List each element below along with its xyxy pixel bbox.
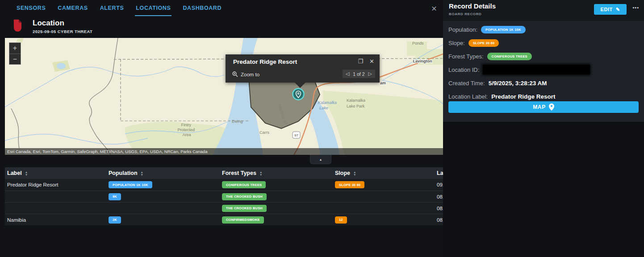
panel-subtitle: BOARD RECORD <box>449 12 481 16</box>
column-header-slope[interactable]: Slope▲▼ <box>333 170 435 176</box>
tab-cameras[interactable]: CAMERAS <box>57 0 88 15</box>
forest-badge: CONFIRMEDSMOKE <box>222 216 264 224</box>
panel-overflow-menu-icon[interactable]: ••• <box>632 5 639 10</box>
sort-icon[interactable]: ▲▼ <box>259 171 262 176</box>
collapse-arrow-icon: ▲ <box>319 158 322 161</box>
route-97-shield-icon: 97 <box>293 132 300 138</box>
sort-icon[interactable]: ▲▼ <box>25 171 28 176</box>
forest-badge: CONIFEROUS TREES <box>222 181 266 188</box>
map-marker[interactable] <box>293 89 304 100</box>
cell-last: 08, <box>435 217 443 223</box>
forest-types-badge: CONIFEROUS TREES <box>487 53 532 60</box>
slope-badge: 12 <box>335 216 347 224</box>
zoom-out-button[interactable]: − <box>9 54 21 64</box>
tab-alerts[interactable]: ALERTS <box>99 0 125 15</box>
map-panel[interactable]: Ponds Lavington am Ewing Carrs Fintry Pr… <box>5 38 443 155</box>
panel-title: Record Details <box>449 2 496 10</box>
slope-field-label: Slope: <box>448 40 465 46</box>
page-subtitle: 2025-09-05 CYBER THREAT <box>33 29 92 34</box>
column-header-population[interactable]: Population▲▼ <box>106 170 220 176</box>
coldstream-label-partial: am <box>380 81 386 85</box>
location-label-field-label: Location Label: <box>448 93 488 100</box>
zoom-in-button[interactable]: + <box>9 43 21 54</box>
map-zoom-controls: + − <box>9 42 21 65</box>
table-row[interactable]: Predator Ridge Resort POPULATION 1K 10K … <box>5 179 443 191</box>
tab-sensors[interactable]: SENSORS <box>16 0 46 15</box>
sort-icon[interactable]: ▲▼ <box>353 171 356 176</box>
page-title: Location <box>33 19 64 28</box>
forest-badge: THE CROOKED BUSH <box>222 205 267 212</box>
table-header-row: Label▲▼ Population▲▼ Forest Types▲▼ Slop… <box>5 167 443 179</box>
popup-pager: ◁ 1 of 2 ▷ <box>343 70 375 78</box>
svg-text:97: 97 <box>294 133 298 137</box>
location-label-value: Predator Ridge Resort <box>491 93 555 100</box>
carrs-label: Carrs <box>259 130 269 135</box>
sort-icon[interactable]: ▲▼ <box>141 171 143 176</box>
location-id-field-label: Location ID: <box>448 66 479 73</box>
popup-title: Predator Ridge Resort <box>233 58 297 65</box>
created-time-field-label: Created Time: <box>448 80 485 87</box>
pager-next-icon[interactable]: ▷ <box>368 71 372 77</box>
map-kalamalka-park-area <box>323 91 443 155</box>
map-attribution: Esri Canada, Esri, TomTom, Garmin, SafeG… <box>5 148 443 155</box>
cell-label: Predator Ridge Resort <box>5 182 106 187</box>
forest-types-field-label: Forest Types: <box>448 53 484 60</box>
table-collapse-handle[interactable]: ▲ <box>310 155 331 164</box>
locations-table: Label▲▼ Population▲▼ Forest Types▲▼ Slop… <box>5 167 443 225</box>
population-field-label: Population: <box>448 26 477 33</box>
lavington-label: Lavington <box>413 59 432 63</box>
pager-prev-icon[interactable]: ◁ <box>346 71 349 77</box>
map-roads-minor <box>11 38 118 155</box>
map-popup: Predator Ridge Resort ❐ ✕ Zoom to ◁ 1 of… <box>226 54 380 83</box>
popup-close-icon[interactable]: ✕ <box>369 58 374 65</box>
column-header-label[interactable]: Label▲▼ <box>5 170 106 176</box>
nav-tabs: SENSORS CAMERAS ALERTS LOCATIONS DASHBOA… <box>16 0 222 16</box>
table-row[interactable]: THE CROOKED BUSH 08, <box>5 202 443 214</box>
page-header: Location 2025-09-05 CYBER THREAT <box>0 17 443 37</box>
map-pin-icon <box>549 104 554 111</box>
population-badge: POPULATION 1K 10K <box>109 181 152 188</box>
ewing-label: Ewing <box>232 119 243 124</box>
location-id-redacted-value <box>483 65 590 75</box>
forest-badge: THE CROOKED BUSH <box>222 193 267 200</box>
pencil-icon: ✎ <box>616 7 620 12</box>
magnifier-zoom-icon <box>232 71 238 77</box>
pager-count: 1 of 2 <box>353 71 364 77</box>
panel-header: Record Details BOARD RECORD EDIT ✎ ••• <box>443 0 644 21</box>
ponds-label: Ponds <box>412 41 424 46</box>
cell-last: 08, <box>435 206 443 211</box>
population-badge: 2K <box>109 216 121 224</box>
population-badge: 9K <box>109 193 121 200</box>
map-pond <box>57 63 66 69</box>
app-logo-icon <box>13 19 22 32</box>
top-nav: SENSORS CAMERAS ALERTS LOCATIONS DASHBOA… <box>0 0 443 16</box>
popup-zoom-to-link[interactable]: Zoom to <box>232 71 259 77</box>
column-header-last[interactable]: La <box>435 170 443 176</box>
panel-close-icon[interactable]: ✕ <box>429 4 439 13</box>
column-header-forest-types[interactable]: Forest Types▲▼ <box>220 170 333 176</box>
created-time-value: 5/9/2025, 3:28:23 AM <box>489 80 547 87</box>
population-badge: POPULATION 1K 10K <box>481 26 526 33</box>
table-row[interactable]: Namibia 2K CONFIRMEDSMOKE 12 08, <box>5 214 443 225</box>
record-details-panel: Record Details BOARD RECORD EDIT ✎ ••• P… <box>443 0 644 257</box>
table-row[interactable]: 9K THE CROOKED BUSH 08, <box>5 191 443 202</box>
map-button[interactable]: MAP <box>448 101 639 113</box>
cell-last: 08, <box>435 194 443 199</box>
tab-locations[interactable]: LOCATIONS <box>135 0 171 16</box>
panel-body: Population: POPULATION 1K 10K Slope: SLO… <box>443 21 644 122</box>
tab-dashboard[interactable]: DASHBOARD <box>182 0 222 15</box>
edit-button[interactable]: EDIT ✎ <box>594 4 627 15</box>
popup-dock-icon[interactable]: ❐ <box>358 58 363 65</box>
cell-label: Namibia <box>5 217 106 223</box>
cell-last: 09, <box>435 182 443 187</box>
slope-badge: SLOPE 30 60 <box>335 181 364 188</box>
slope-badge: SLOPE 30 60 <box>468 39 499 47</box>
